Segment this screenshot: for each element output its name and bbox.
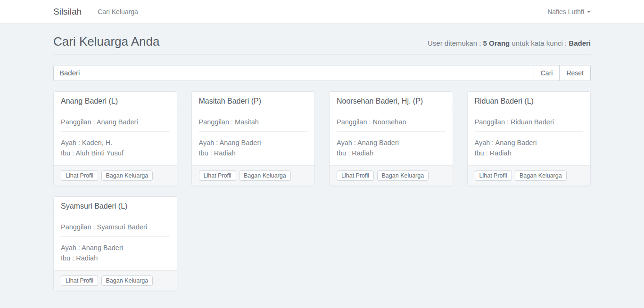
person-nickname: Panggilan : Riduan Baderi	[475, 118, 584, 126]
divider	[475, 131, 584, 132]
lihat-profil-button[interactable]: Lihat Profil	[61, 276, 98, 286]
person-nickname: Panggilan : Noorsehan	[337, 118, 446, 126]
person-mother: Ibu : Radiah	[337, 148, 446, 158]
person-card-body: Panggilan : Noorsehan Ayah : Anang Bader…	[330, 111, 453, 165]
person-card-footer: Lihat Profil Bagan Keluarga	[54, 270, 177, 291]
person-card-title: Masitah Baderi (P)	[192, 92, 315, 111]
person-card-footer: Lihat Profil Bagan Keluarga	[468, 165, 591, 186]
person-mother: Ibu : Radiah	[475, 148, 584, 158]
person-father: Ayah : Anang Baderi	[199, 138, 308, 148]
person-card-title: Syamsuri Baderi (L)	[54, 197, 177, 216]
bagan-keluarga-button[interactable]: Bagan Keluarga	[101, 170, 153, 181]
person-card: Anang Baderi (L) Panggilan : Anang Bader…	[53, 91, 177, 186]
result-summary-middle: untuk kata kunci :	[510, 39, 569, 47]
cari-button[interactable]: Cari	[534, 65, 560, 81]
chevron-down-icon	[587, 11, 591, 13]
lihat-profil-button[interactable]: Lihat Profil	[475, 170, 512, 181]
search-form: Cari Reset	[53, 65, 591, 81]
person-mother: Ibu : Radiah	[199, 148, 308, 158]
person-card-body: Panggilan : Riduan Baderi Ayah : Anang B…	[468, 111, 591, 165]
person-mother: Ibu : Radiah	[61, 253, 170, 263]
search-results-grid: Anang Baderi (L) Panggilan : Anang Bader…	[53, 91, 591, 291]
page-title: Cari Keluarga Anda	[53, 35, 159, 49]
result-summary: User ditemukan : 5 Orang untuk kata kunc…	[428, 39, 591, 47]
reset-button[interactable]: Reset	[559, 65, 591, 81]
person-card-footer: Lihat Profil Bagan Keluarga	[192, 165, 315, 186]
person-card-title: Anang Baderi (L)	[54, 92, 177, 111]
person-nickname: Panggilan : Masitah	[199, 118, 308, 126]
person-father: Ayah : Kaderi, H.	[61, 138, 170, 148]
person-father: Ayah : Anang Baderi	[475, 138, 584, 148]
divider	[199, 131, 308, 132]
person-card-body: Panggilan : Masitah Ayah : Anang Baderi …	[192, 111, 315, 165]
bagan-keluarga-button[interactable]: Bagan Keluarga	[377, 170, 429, 181]
person-father: Ayah : Anang Baderi	[61, 243, 170, 253]
person-card-body: Panggilan : Syamsuri Baderi Ayah : Anang…	[54, 216, 177, 270]
main-content: Cari Keluarga Anda User ditemukan : 5 Or…	[0, 24, 644, 291]
divider	[337, 131, 446, 132]
result-keyword: Baderi	[569, 39, 591, 47]
result-count: 5 Orang	[483, 39, 510, 47]
person-card: Riduan Baderi (L) Panggilan : Riduan Bad…	[467, 91, 591, 186]
person-card-title: Noorsehan Baderi, Hj. (P)	[330, 92, 453, 111]
bagan-keluarga-button[interactable]: Bagan Keluarga	[239, 170, 291, 181]
divider	[61, 131, 170, 132]
person-card-body: Panggilan : Anang Baderi Ayah : Kaderi, …	[54, 111, 177, 165]
lihat-profil-button[interactable]: Lihat Profil	[61, 170, 98, 181]
user-dropdown-label: Nafies Luthfi	[547, 8, 584, 16]
person-card: Noorsehan Baderi, Hj. (P) Panggilan : No…	[329, 91, 453, 186]
person-mother: Ibu : Aluh Binti Yusuf	[61, 148, 170, 158]
person-father: Ayah : Anang Baderi	[337, 138, 446, 148]
person-card: Syamsuri Baderi (L) Panggilan : Syamsuri…	[53, 196, 177, 291]
result-summary-prefix: User ditemukan :	[428, 39, 483, 47]
bagan-keluarga-button[interactable]: Bagan Keluarga	[515, 170, 567, 181]
person-card-title: Riduan Baderi (L)	[468, 92, 591, 111]
brand-silsilah[interactable]: Silsilah	[53, 7, 82, 17]
search-input[interactable]	[53, 65, 534, 81]
lihat-profil-button[interactable]: Lihat Profil	[337, 170, 374, 181]
bagan-keluarga-button[interactable]: Bagan Keluarga	[101, 276, 153, 286]
person-nickname: Panggilan : Syamsuri Baderi	[61, 223, 170, 231]
nav-item-cari-keluarga[interactable]: Cari Keluarga	[98, 8, 138, 16]
page-header: Cari Keluarga Anda User ditemukan : 5 Or…	[53, 35, 591, 55]
person-card-footer: Lihat Profil Bagan Keluarga	[330, 165, 453, 186]
navbar: Silsilah Cari Keluarga Nafies Luthfi	[0, 0, 644, 24]
user-dropdown[interactable]: Nafies Luthfi	[547, 8, 591, 16]
person-card: Masitah Baderi (P) Panggilan : Masitah A…	[191, 91, 315, 186]
person-nickname: Panggilan : Anang Baderi	[61, 118, 170, 126]
person-card-footer: Lihat Profil Bagan Keluarga	[54, 165, 177, 186]
divider	[61, 236, 170, 237]
lihat-profil-button[interactable]: Lihat Profil	[199, 170, 236, 181]
